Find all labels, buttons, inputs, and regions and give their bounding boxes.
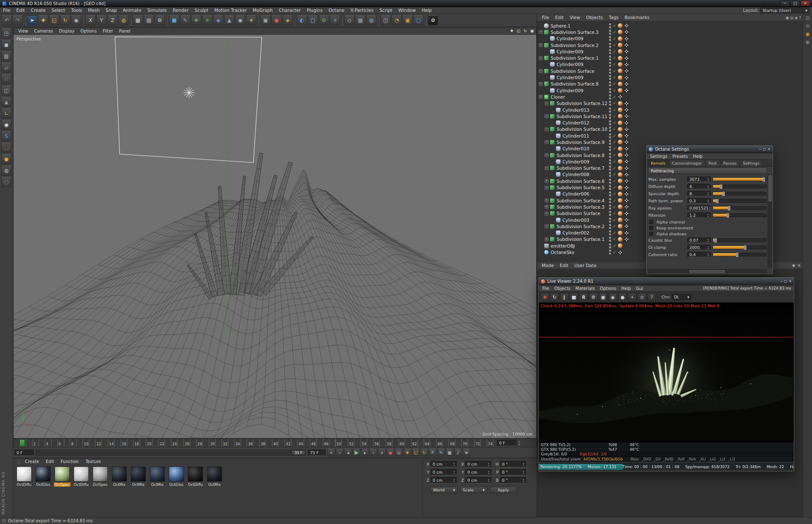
om-menu-view[interactable]: View [567,15,583,20]
tags-menu-icon[interactable]: ◈ [283,15,293,25]
texture-tag-icon[interactable] [624,231,629,235]
visibility-toggles[interactable] [609,62,611,67]
mat-menu-function[interactable]: Function [58,458,82,465]
tree-item[interactable]: Cylinder009✓ [537,61,803,68]
material-thumbnail[interactable] [150,466,165,482]
visibility-toggles[interactable] [609,185,611,190]
texture-tag-icon[interactable] [624,192,629,196]
add-light-menu[interactable]: ☀ [246,15,256,25]
world-grid-icon[interactable]: ◍ [366,15,376,25]
lv-menu-help[interactable]: Help [619,285,634,292]
add-mograph-menu[interactable]: ✳ [202,15,212,25]
lock-y-axis-toggle[interactable]: Y [96,15,107,25]
visibility-toggles[interactable] [609,133,611,138]
maximize-button[interactable]: □ [790,0,800,6]
octane-tab-passes[interactable]: Passes [720,160,740,166]
viewport-canvas[interactable] [14,35,536,438]
scrollbar-thumb[interactable] [768,175,772,201]
texture-tag-icon[interactable] [624,140,629,144]
om-menu-file[interactable]: File [539,15,552,20]
octane-menu-presets[interactable]: Presets [670,153,690,160]
specular-depth-slider[interactable] [713,192,767,196]
texture-tag-icon[interactable] [624,43,629,47]
stepper-icon[interactable]: ▴▾ [708,192,709,196]
tree-item[interactable]: Cylinder009✓ [537,48,803,55]
menu-mesh[interactable]: Mesh [85,8,103,13]
vp-menu-view[interactable]: View [15,28,31,34]
tree-item[interactable]: Cylinder009✓ [537,36,803,42]
texture-tag-icon[interactable] [624,36,629,41]
material-item[interactable]: OctMix [206,466,223,487]
settings-icon[interactable]: ⚙ [589,293,598,301]
pin-icon[interactable]: ⊙ [638,293,646,301]
expand-toggle[interactable]: − [545,140,549,144]
alpha-shadows-checkbox[interactable] [649,232,653,236]
lock-z-axis-toggle[interactable]: Z [107,15,118,25]
enable-toggle[interactable]: ✓ [613,30,616,34]
texture-tag-icon[interactable] [624,218,629,222]
texture-tag-icon[interactable] [624,101,629,106]
dock-sphere-icon[interactable]: ◍ [806,40,809,44]
enable-toggle[interactable]: ✓ [613,153,616,157]
material-item[interactable]: OctGlos [168,466,185,487]
tree-item[interactable]: −Subdivision Surface.2✓ [537,42,803,48]
coherent-ratio-slider[interactable] [713,253,767,256]
phong-tag-icon[interactable] [618,133,623,138]
texture-tag-icon[interactable] [624,121,629,125]
phong-tag-icon[interactable] [618,36,623,41]
tree-item[interactable]: −Subdivision Surface✓ [537,68,803,74]
position-z-field[interactable]: 0 cm▴▾ [431,477,457,483]
lock-x-axis-toggle[interactable]: X [85,15,96,25]
size-z-field[interactable]: 0 cm▴▾ [465,477,491,483]
coord-space-select[interactable]: World▾ [431,487,458,493]
current-frame-field[interactable]: 0 F [497,440,516,446]
prev-frame-button[interactable]: ◂ [344,449,352,456]
camera-icon[interactable]: ◉ [609,293,617,301]
apply-button[interactable]: Apply [490,487,517,493]
phong-tag-icon[interactable] [618,88,623,93]
visibility-toggles[interactable] [609,108,611,113]
octane-titlebar[interactable]: Octane Settings ─ □ ✕ [647,146,773,153]
visibility-toggles[interactable] [609,69,611,74]
locked-workplane-icon[interactable]: ● [1,154,11,164]
om-help-icon[interactable]: ? [799,16,801,20]
expand-toggle[interactable]: − [545,153,549,157]
texture-tag-icon[interactable] [624,127,629,132]
phong-tag-icon[interactable] [618,211,623,216]
texture-tag-icon[interactable] [624,172,629,177]
keep-environment-checkbox[interactable] [649,226,653,230]
vp-menu-filter[interactable]: Filter [100,28,116,34]
material-item[interactable]: OctDiffu [187,466,204,487]
visibility-toggles[interactable] [609,49,611,54]
lv-menu-objects[interactable]: Objects [552,285,573,292]
snap-settings-icon[interactable]: S [1,131,11,141]
stepper-icon[interactable]: ▴▾ [709,206,710,210]
phong-tag-icon[interactable] [618,237,623,242]
play-button[interactable]: ▶ [353,449,360,456]
stepper-icon[interactable]: ▴▾ [453,462,455,466]
alpha-channel-checkbox[interactable] [649,220,653,224]
close-button[interactable]: ✕ [768,147,771,151]
tree-item[interactable]: −Subdivision Surface.11✓ [537,113,803,119]
texture-tag-icon[interactable] [624,204,629,209]
enable-toggle[interactable]: ✓ [613,43,616,47]
coord-scale-select[interactable]: Scale▾ [460,487,487,493]
viewport-toggle-icon[interactable]: ▣ [529,28,535,34]
visibility-toggles[interactable] [609,191,611,196]
close-button[interactable]: ✕ [789,279,792,283]
focus-picker-icon[interactable]: ⌖ [628,293,636,301]
phong-tag-icon[interactable] [618,185,623,190]
material-item[interactable]: OctMix [111,466,128,487]
minimize-button[interactable]: ─ [780,279,782,283]
material-thumbnail[interactable] [131,466,146,482]
texture-tag-icon[interactable] [618,250,623,254]
menu-render[interactable]: Render [170,8,192,13]
expand-toggle[interactable]: − [539,82,543,86]
tree-item[interactable]: −Subdivision Surface.8✓ [537,81,803,87]
shaded-sphere-icon[interactable]: ○ [1,177,11,187]
tree-item[interactable]: −Cloner✓ [537,94,803,100]
phong-tag-icon[interactable] [618,224,623,229]
rotation-h-field[interactable]: 0 °▴▾ [500,461,526,467]
texture-tag-icon[interactable] [624,88,629,93]
viewport-label[interactable]: Perspective [16,37,41,41]
